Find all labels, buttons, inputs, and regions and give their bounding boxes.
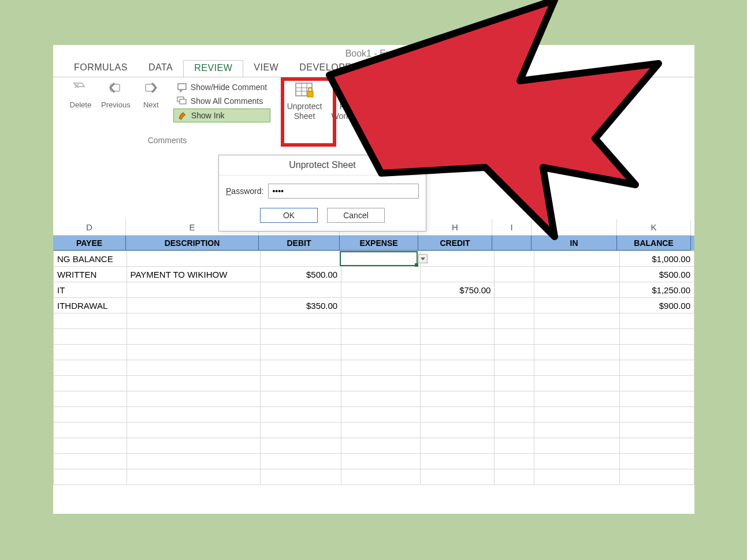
cell[interactable]	[341, 345, 421, 360]
cell[interactable]	[54, 329, 127, 345]
cell[interactable]	[260, 376, 341, 391]
cell[interactable]	[620, 469, 694, 485]
cell[interactable]	[620, 345, 694, 360]
cell[interactable]	[127, 454, 260, 469]
cell[interactable]: NG BALANCE	[54, 251, 127, 267]
cell[interactable]	[260, 360, 341, 376]
delete-comment-button[interactable]: Delete	[64, 80, 97, 109]
cell[interactable]	[54, 407, 127, 423]
protect-workbook-button[interactable]: Protect Workbook	[328, 77, 377, 146]
show-all-comments-button[interactable]: Show All Comments	[173, 95, 270, 107]
cell[interactable]	[127, 298, 260, 313]
cell[interactable]: $1,250.00	[620, 282, 694, 298]
cell[interactable]	[534, 407, 620, 423]
table-row[interactable]: ITHDRAWAL$350.00$900.00	[54, 298, 694, 313]
cell[interactable]	[534, 376, 620, 391]
cell[interactable]: $1,000.00	[620, 251, 694, 267]
data-table[interactable]: NG BALANCE$1,000.00WRITTENPAYMENT TO WIK…	[53, 251, 694, 485]
cell[interactable]	[341, 298, 421, 313]
cell[interactable]	[127, 329, 260, 345]
cell[interactable]	[54, 454, 127, 469]
cell[interactable]	[260, 438, 341, 454]
cell[interactable]: $350.00	[260, 298, 341, 313]
unprotect-sheet-button[interactable]: Unprotect Sheet	[281, 77, 328, 146]
cell[interactable]	[620, 391, 694, 407]
cell[interactable]	[420, 251, 495, 267]
cell[interactable]	[534, 360, 620, 376]
cell[interactable]	[260, 469, 341, 485]
table-row[interactable]	[54, 360, 694, 376]
cell[interactable]	[495, 423, 534, 438]
tab-data[interactable]: DATA	[138, 60, 183, 77]
cell[interactable]	[534, 391, 620, 407]
selected-cell[interactable]	[340, 251, 418, 266]
cell[interactable]	[127, 360, 260, 376]
cell[interactable]	[127, 376, 260, 391]
cell[interactable]	[420, 360, 495, 376]
cell[interactable]	[495, 298, 534, 313]
cell[interactable]	[420, 329, 495, 345]
cell[interactable]	[341, 438, 421, 454]
table-row[interactable]	[54, 423, 694, 438]
cell[interactable]	[54, 469, 127, 485]
table-row[interactable]	[54, 454, 694, 469]
cell[interactable]	[127, 251, 260, 267]
cell[interactable]	[260, 454, 341, 469]
cell[interactable]	[620, 423, 694, 438]
cell[interactable]	[495, 360, 534, 376]
cell[interactable]	[420, 267, 495, 282]
tab-review[interactable]: REVIEW	[183, 60, 243, 77]
table-row[interactable]: WRITTENPAYMENT TO WIKIHOW$500.00$500.00	[54, 267, 694, 282]
cell[interactable]	[127, 407, 260, 423]
cell[interactable]	[260, 345, 341, 360]
cell[interactable]	[420, 313, 495, 329]
cell[interactable]	[54, 423, 127, 438]
cell[interactable]	[534, 282, 620, 298]
cell[interactable]	[260, 329, 341, 345]
cell[interactable]	[54, 438, 127, 454]
cell[interactable]	[620, 454, 694, 469]
table-row[interactable]	[54, 376, 694, 391]
tab-developer[interactable]: DEVELOPER	[289, 60, 369, 77]
cell[interactable]	[341, 469, 421, 485]
table-row[interactable]: IT$750.00$1,250.00	[54, 282, 694, 298]
table-row[interactable]	[54, 391, 694, 407]
cell[interactable]	[495, 376, 534, 391]
cell[interactable]	[495, 438, 534, 454]
cell[interactable]	[127, 423, 260, 438]
cell[interactable]	[260, 391, 341, 407]
cell[interactable]	[420, 391, 495, 407]
cell[interactable]	[260, 407, 341, 423]
cell[interactable]	[127, 345, 260, 360]
cell[interactable]	[420, 376, 495, 391]
dialog-close-button[interactable]: ✕	[399, 156, 422, 170]
cell[interactable]	[534, 251, 620, 267]
cell[interactable]: $500.00	[620, 267, 694, 282]
ok-button[interactable]: OK	[260, 208, 318, 223]
cell[interactable]	[54, 376, 127, 391]
cell[interactable]	[341, 267, 421, 282]
cell[interactable]: ITHDRAWAL	[54, 298, 127, 313]
cell[interactable]	[341, 391, 421, 407]
cell[interactable]	[534, 423, 620, 438]
cell[interactable]	[127, 469, 260, 485]
column-header[interactable]: I	[492, 219, 532, 236]
cell[interactable]	[620, 313, 694, 329]
cell[interactable]	[620, 438, 694, 454]
cell[interactable]	[534, 469, 620, 485]
cell[interactable]	[127, 391, 260, 407]
cell[interactable]	[420, 438, 495, 454]
spreadsheet-grid[interactable]: DEHIK PAYEEDESCRIPTIONDEBITEXPENSECREDIT…	[53, 219, 694, 514]
cell[interactable]	[495, 469, 534, 485]
cell[interactable]	[420, 298, 495, 313]
cell[interactable]	[127, 313, 260, 329]
cell[interactable]	[620, 407, 694, 423]
table-row[interactable]	[54, 407, 694, 423]
column-header[interactable]: D	[53, 219, 126, 236]
cell[interactable]	[495, 329, 534, 345]
cell[interactable]	[260, 282, 341, 298]
cell[interactable]	[54, 391, 127, 407]
cell[interactable]	[620, 329, 694, 345]
cell[interactable]	[341, 360, 421, 376]
cell[interactable]	[420, 423, 495, 438]
